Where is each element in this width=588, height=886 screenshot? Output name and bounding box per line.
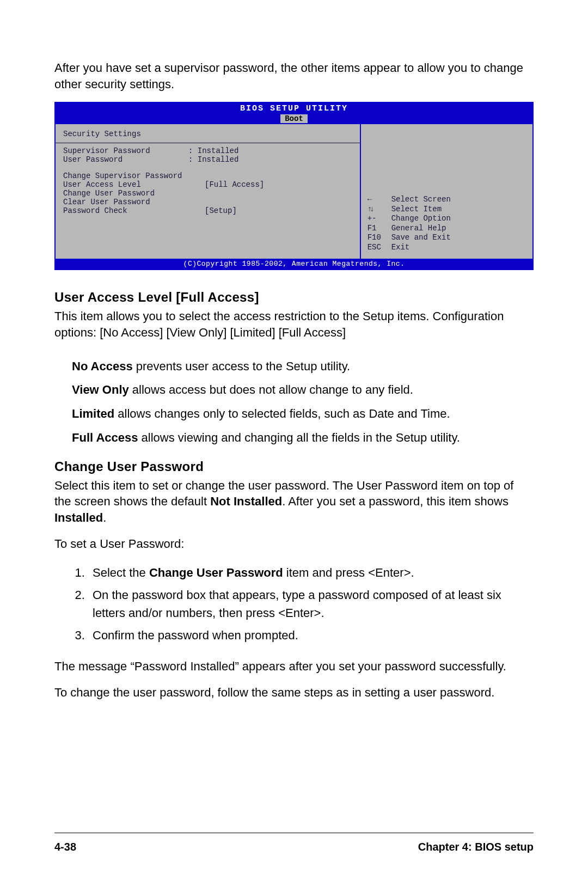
steps-list: Select the Change User Password item and… xyxy=(88,564,534,649)
option-text: allows viewing and changing all the fiel… xyxy=(138,431,460,444)
help-text: Select Screen xyxy=(391,195,451,205)
bios-item-label: Change Supervisor Password xyxy=(63,172,205,180)
bios-tab-boot: Boot xyxy=(280,114,308,123)
option-no-access: No Access prevents user access to the Se… xyxy=(72,358,534,375)
step-item: Select the Change User Password item and… xyxy=(88,564,534,582)
option-full-access: Full Access allows viewing and changing … xyxy=(72,430,534,446)
bios-footer: (C)Copyright 1985-2002, American Megatre… xyxy=(56,259,532,269)
bios-item-label: Clear User Password xyxy=(63,198,205,206)
bios-status-value: : Installed xyxy=(188,155,238,164)
bios-item-row: User Access Level [Full Access] xyxy=(63,180,354,189)
bios-item-row: Clear User Password xyxy=(63,198,354,206)
option-limited: Limited allows changes only to selected … xyxy=(72,406,534,422)
bios-item-row: Password Check [Setup] xyxy=(63,206,354,215)
bios-left-panel: Security Settings Supervisor Password : … xyxy=(56,124,361,259)
bios-item-value: [Setup] xyxy=(205,206,237,215)
step-item: Confirm the password when prompted. xyxy=(88,626,534,644)
body-text: The message “Password Installed” appears… xyxy=(54,658,534,675)
text-run: . After you set a password, this item sh… xyxy=(282,494,509,508)
options-list: No Access prevents user access to the Se… xyxy=(54,351,534,454)
bios-status-label: Supervisor Password xyxy=(63,146,188,155)
body-text: This item allows you to select the acces… xyxy=(54,308,534,340)
body-text: Select this item to set or change the us… xyxy=(54,478,534,526)
bios-item-value: [Full Access] xyxy=(205,180,264,189)
help-text: Change Option xyxy=(391,214,451,224)
text-run: Select the xyxy=(93,566,149,579)
help-key: F10 xyxy=(367,233,386,243)
option-lead: View Only xyxy=(72,383,129,396)
heading-change-user-password: Change User Password xyxy=(54,459,534,474)
help-text: Save and Exit xyxy=(391,233,451,243)
option-view-only: View Only allows access but does not all… xyxy=(72,382,534,398)
option-text: allows changes only to selected fields, … xyxy=(114,407,450,420)
heading-user-access-level: User Access Level [Full Access] xyxy=(54,290,534,305)
bios-item-label: Password Check xyxy=(63,206,205,215)
arrows-updown-icon xyxy=(367,205,386,215)
bios-status-row: Supervisor Password : Installed xyxy=(63,146,354,155)
bios-screenshot: BIOS SETUP UTILITY Boot Security Setting… xyxy=(54,102,534,270)
option-lead: No Access xyxy=(72,359,133,373)
body-text: To change the user password, follow the … xyxy=(54,685,534,701)
body-text: To set a User Password: xyxy=(54,536,534,552)
bios-item-label: User Access Level xyxy=(63,180,205,189)
bios-help-block: Select Screen Select Item +-Change Optio… xyxy=(367,195,526,252)
help-text: Select Item xyxy=(391,205,442,215)
bios-right-panel: Select Screen Select Item +-Change Optio… xyxy=(361,124,532,259)
bios-section-title: Security Settings xyxy=(63,127,354,140)
bios-item-label: Change User Password xyxy=(63,189,205,198)
text-bold: Installed xyxy=(54,511,103,524)
bios-status-value: : Installed xyxy=(188,146,238,155)
help-text: Exit xyxy=(391,243,410,253)
text-bold: Change User Password xyxy=(149,566,283,579)
help-key: +- xyxy=(367,214,386,224)
text-bold: Not Installed xyxy=(210,494,282,508)
text-run: item and press <Enter>. xyxy=(283,566,414,579)
chapter-title: Chapter 4: BIOS setup xyxy=(418,841,534,853)
help-key: F1 xyxy=(367,224,386,234)
option-lead: Limited xyxy=(72,407,114,420)
text-run: . xyxy=(103,511,106,524)
bios-title: BIOS SETUP UTILITY xyxy=(56,104,532,113)
help-text: General Help xyxy=(391,224,446,234)
arrow-left-icon xyxy=(367,195,386,205)
divider xyxy=(56,143,360,143)
page-footer: 4-38 Chapter 4: BIOS setup xyxy=(54,833,534,853)
bios-status-row: User Password : Installed xyxy=(63,155,354,164)
bios-header: BIOS SETUP UTILITY Boot xyxy=(56,103,532,124)
bios-status-label: User Password xyxy=(63,155,188,164)
page-number: 4-38 xyxy=(54,841,76,853)
intro-text: After you have set a supervisor password… xyxy=(54,60,534,92)
option-text: prevents user access to the Setup utilit… xyxy=(133,359,350,373)
bios-item-row: Change User Password xyxy=(63,189,354,198)
option-text: allows access but does not allow change … xyxy=(129,383,413,396)
step-item: On the password box that appears, type a… xyxy=(88,586,534,622)
bios-item-row: Change Supervisor Password xyxy=(63,172,354,180)
help-key: ESC xyxy=(367,243,386,253)
option-lead: Full Access xyxy=(72,431,138,444)
